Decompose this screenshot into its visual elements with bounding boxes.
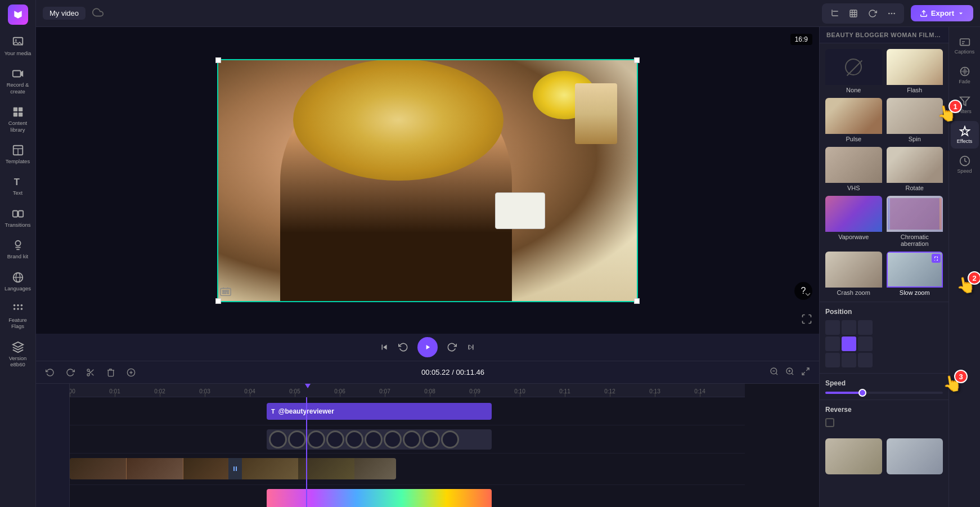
- effect-spin[interactable]: Spin: [887, 98, 943, 142]
- tick-7: [385, 393, 385, 397]
- video-controls: [36, 334, 819, 361]
- more-tool-btn[interactable]: [884, 6, 900, 21]
- skip-to-end-btn[interactable]: [466, 342, 476, 352]
- effect-none-label: None: [825, 85, 882, 93]
- effect-vaporwave[interactable]: Vaporwave: [825, 196, 882, 247]
- effect-none[interactable]: None: [825, 49, 882, 93]
- effect-extra-2[interactable]: [887, 438, 943, 474]
- sidebar-item-brand-kit[interactable]: Brand kit: [2, 235, 34, 264]
- export-button[interactable]: Export: [911, 5, 973, 21]
- timeline-scroll[interactable]: 0:00 0:01 0:02 0:03 0:04 0:05: [70, 384, 819, 507]
- clip-seg-3: [183, 458, 228, 479]
- speed-slider[interactable]: [825, 392, 943, 394]
- far-right-fade-label: Fade: [959, 79, 970, 84]
- pos-top-center[interactable]: [842, 320, 856, 335]
- pos-bot-left[interactable]: [825, 353, 840, 367]
- effect-flash[interactable]: Flash: [887, 49, 943, 93]
- far-right-panel: Captions Fade Filters Eff: [948, 27, 980, 507]
- collapse-panel-btn[interactable]: [803, 290, 812, 301]
- sidebar-item-record[interactable]: Record &create: [2, 63, 34, 99]
- speed-fill: [825, 392, 861, 394]
- clip-seg-1: [70, 458, 126, 479]
- effect-extra-1[interactable]: [825, 438, 882, 474]
- center-column: 16:9 ?: [36, 27, 819, 507]
- sidebar-item-feature-flags[interactable]: Feature Flags: [2, 298, 34, 334]
- pos-mid-right[interactable]: [858, 336, 873, 351]
- circle-2: [288, 430, 306, 448]
- sidebar-item-templates[interactable]: Templates: [2, 140, 34, 169]
- colorful-clip[interactable]: [267, 489, 492, 507]
- svg-text:T: T: [14, 177, 19, 187]
- forward-btn[interactable]: [447, 342, 457, 352]
- reverse-row: [825, 418, 943, 427]
- resize-tool-btn[interactable]: [846, 6, 861, 21]
- effect-rotate[interactable]: Rotate: [887, 147, 943, 191]
- effect-crash-zoom[interactable]: Crash zoom: [825, 252, 882, 296]
- zoom-in-btn[interactable]: [783, 367, 797, 378]
- pos-bot-right[interactable]: [858, 353, 873, 367]
- skip-to-start-btn[interactable]: [379, 342, 389, 352]
- time-display: 00:05.22 / 00:11.46: [144, 368, 762, 376]
- circle-7: [384, 430, 402, 448]
- effect-slow-zoom[interactable]: Slow zoom: [887, 252, 943, 296]
- left-sidebar: Your media Record &create Content librar…: [0, 0, 36, 507]
- main-video-clip[interactable]: [70, 458, 396, 479]
- zoom-out-btn[interactable]: [767, 367, 781, 378]
- circle-10: [441, 430, 459, 448]
- effect-vhs[interactable]: VHS: [825, 147, 882, 191]
- reverse-checkbox[interactable]: [825, 418, 834, 427]
- effect-chromatic-label: Chromatic aberration: [887, 232, 943, 247]
- pos-mid-left[interactable]: [825, 336, 840, 351]
- pos-bot-center[interactable]: [842, 353, 856, 367]
- speed-handle[interactable]: [858, 389, 866, 397]
- circle-4: [326, 430, 344, 448]
- project-title[interactable]: My video: [43, 7, 86, 20]
- circles-clip[interactable]: [267, 429, 492, 450]
- aspect-ratio-badge: 16:9: [790, 34, 812, 45]
- pos-top-left[interactable]: [825, 320, 840, 335]
- rewind-btn[interactable]: [398, 342, 408, 352]
- cut-btn[interactable]: [83, 365, 98, 380]
- crop-tool-btn[interactable]: [826, 6, 842, 21]
- delete-btn[interactable]: [104, 365, 118, 380]
- pos-top-right[interactable]: [858, 320, 873, 335]
- add-media-btn[interactable]: [124, 365, 138, 380]
- sidebar-item-languages[interactable]: Languages: [2, 267, 34, 296]
- timeline-area: 00:05.22 / 00:11.46: [36, 361, 819, 507]
- tick-3: [205, 393, 205, 397]
- undo-btn[interactable]: [43, 365, 57, 380]
- reverse-title: Reverse: [825, 406, 943, 414]
- effects-grid: None Flash Pulse Spin: [820, 43, 948, 302]
- effect-flash-thumb: [887, 49, 943, 85]
- video-hair: [293, 59, 504, 181]
- reverse-section: Reverse: [820, 400, 948, 433]
- sidebar-item-transitions[interactable]: Transitions: [2, 203, 34, 232]
- effect-chromatic-aberration[interactable]: Chromatic aberration: [887, 196, 943, 247]
- svg-rect-5: [13, 113, 17, 116]
- far-right-effects[interactable]: Effects: [951, 121, 979, 149]
- video-product: [495, 192, 546, 229]
- pos-mid-center[interactable]: [842, 336, 856, 351]
- effects-panel: Beauty blogger woman filming ... None Fl…: [819, 27, 948, 507]
- video-thumbnail: [217, 59, 638, 302]
- far-right-captions[interactable]: Captions: [951, 32, 979, 59]
- effect-pulse[interactable]: Pulse: [825, 98, 882, 142]
- play-button[interactable]: [417, 337, 438, 357]
- sidebar-item-version[interactable]: Version e8b60: [2, 336, 34, 373]
- fit-timeline-btn[interactable]: [799, 367, 812, 378]
- far-right-fade[interactable]: Fade: [951, 61, 979, 89]
- redo-btn[interactable]: [63, 365, 78, 380]
- svg-rect-6: [18, 113, 22, 116]
- sidebar-item-text[interactable]: T Text: [2, 171, 34, 200]
- effect-crash-zoom-thumb: [825, 252, 882, 288]
- far-right-captions-label: Captions: [955, 49, 975, 55]
- sidebar-item-your-media[interactable]: Your media: [2, 32, 34, 61]
- effect-vhs-label: VHS: [825, 183, 882, 191]
- video-area: 16:9 ?: [36, 27, 819, 361]
- fullscreen-btn[interactable]: [801, 313, 812, 327]
- far-right-filters[interactable]: Filters: [951, 91, 979, 119]
- text-clip[interactable]: T @beautyreviewer: [267, 403, 492, 420]
- sidebar-item-content[interactable]: Content library: [2, 101, 34, 137]
- rotate-tool-btn[interactable]: [865, 6, 880, 21]
- far-right-speed[interactable]: Speed: [951, 151, 979, 178]
